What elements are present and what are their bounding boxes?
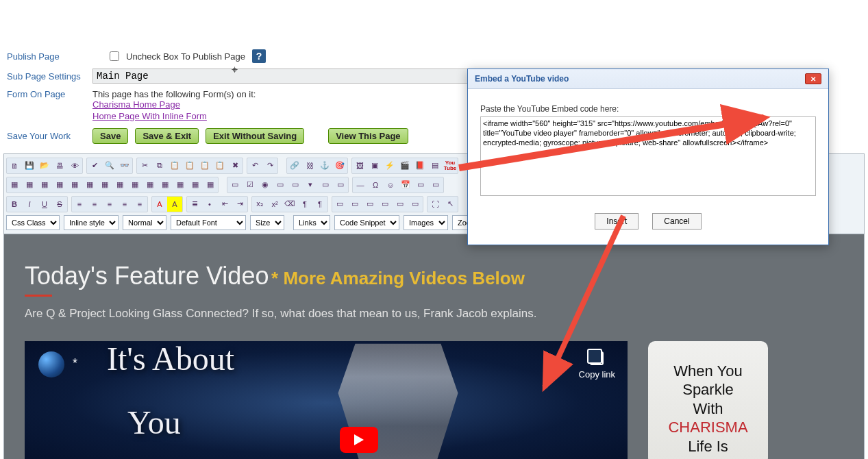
italic-icon[interactable]: I xyxy=(22,197,37,212)
text-field-icon[interactable]: ▭ xyxy=(273,177,288,193)
redo-icon[interactable]: ↷ xyxy=(262,158,277,173)
sup-icon[interactable]: x² xyxy=(267,197,282,212)
movie-icon[interactable]: 🎬 xyxy=(397,158,412,173)
select-icon[interactable]: ↖ xyxy=(443,197,458,212)
outdent-icon[interactable]: ⇤ xyxy=(217,197,232,212)
pos-2-icon[interactable]: ▭ xyxy=(347,197,362,212)
paste-html-icon[interactable]: 📋 xyxy=(212,158,227,173)
select-field-icon[interactable]: ▾ xyxy=(303,177,318,193)
image-icon[interactable]: 🖼 xyxy=(352,158,367,173)
ol-icon[interactable]: ≣ xyxy=(187,197,202,212)
indent-icon[interactable]: ⇥ xyxy=(232,197,247,212)
radio-field-icon[interactable]: ◉ xyxy=(258,177,273,193)
pos-4-icon[interactable]: ▭ xyxy=(377,197,393,212)
pos-6-icon[interactable]: ▭ xyxy=(408,197,423,212)
pos-5-icon[interactable]: ▭ xyxy=(393,197,408,212)
col-insert-right-icon[interactable]: ▦ xyxy=(82,177,97,193)
backcolor-icon[interactable]: A xyxy=(167,197,182,212)
underline-icon[interactable]: U xyxy=(37,197,52,212)
hr-icon[interactable]: ― xyxy=(353,177,368,193)
links-select[interactable]: Links xyxy=(293,215,330,230)
copy-link-button[interactable]: Copy link xyxy=(579,351,615,380)
form-link-charisma[interactable]: Charisma Home Page xyxy=(92,99,256,111)
spellcheck-icon[interactable]: ✔ xyxy=(87,158,102,173)
bold-icon[interactable]: B xyxy=(7,197,22,212)
smiley-icon[interactable]: ☺ xyxy=(383,177,398,193)
rtl-icon[interactable]: ¶ xyxy=(312,197,327,212)
paste-icon[interactable]: 📋 xyxy=(167,158,182,173)
pdf-icon[interactable]: 📕 xyxy=(412,158,427,173)
hidden-field-icon[interactable]: ▭ xyxy=(333,177,348,193)
images-select[interactable]: Images xyxy=(404,215,448,230)
checkbox-field-icon[interactable]: ☑ xyxy=(243,177,258,193)
remove-format-icon[interactable]: ⌫ xyxy=(282,197,297,212)
justify-icon[interactable]: ≡ xyxy=(117,197,132,212)
align-left-icon[interactable]: ≡ xyxy=(72,197,87,212)
media-icon[interactable]: ▣ xyxy=(367,158,382,173)
preview-icon[interactable]: 👁 xyxy=(67,158,82,173)
css-class-select[interactable]: Css Class xyxy=(6,215,60,230)
save-exit-button[interactable]: Save & Exit xyxy=(135,128,199,144)
row-insert-above-icon[interactable]: ▦ xyxy=(37,177,52,193)
view-page-button[interactable]: View This Page xyxy=(328,128,408,144)
col-insert-left-icon[interactable]: ▦ xyxy=(67,177,82,193)
iframe-icon[interactable]: ▭ xyxy=(428,177,443,193)
date-icon[interactable]: 📅 xyxy=(398,177,413,193)
dialog-close-button[interactable] xyxy=(805,73,821,84)
paste-text-icon[interactable]: 📋 xyxy=(182,158,197,173)
youtube-embed-button[interactable]: You Tube xyxy=(443,158,458,173)
flash-icon[interactable]: ⚡ xyxy=(382,158,397,173)
table-prop-icon[interactable]: ▦ xyxy=(22,177,37,193)
char-icon[interactable]: Ω xyxy=(368,177,383,193)
help-icon[interactable]: ? xyxy=(252,49,266,63)
inline-style-select[interactable]: Inline style xyxy=(64,215,119,230)
paste-word-icon[interactable]: 📋 xyxy=(197,158,212,173)
row-delete-icon[interactable]: ▦ xyxy=(97,177,112,193)
align-center-icon[interactable]: ≡ xyxy=(87,197,102,212)
publish-checkbox[interactable] xyxy=(110,51,119,61)
align-none-icon[interactable]: ≡ xyxy=(132,197,147,212)
copy-icon[interactable]: ⧉ xyxy=(152,158,167,173)
div-icon[interactable]: ▭ xyxy=(413,177,428,193)
delete-icon[interactable]: ✖ xyxy=(227,158,243,173)
forecolor-icon[interactable]: A xyxy=(152,197,167,212)
embed-code-textarea[interactable] xyxy=(480,116,816,196)
pos-1-icon[interactable]: ▭ xyxy=(332,197,347,212)
ul-icon[interactable]: • xyxy=(202,197,217,212)
find-icon[interactable]: 🔍 xyxy=(102,158,117,173)
form-link-inline[interactable]: Home Page With Inline Form xyxy=(92,111,256,123)
save-button[interactable]: Save xyxy=(92,128,128,144)
subpage-input[interactable] xyxy=(92,69,497,84)
save-icon[interactable]: 💾 xyxy=(22,158,37,173)
link-icon[interactable]: 🔗 xyxy=(287,158,302,173)
cut-icon[interactable]: ✂ xyxy=(137,158,152,173)
merge-cells-icon[interactable]: ▦ xyxy=(127,177,142,193)
font-select[interactable]: Default Font xyxy=(171,215,246,230)
sub-icon[interactable]: x₂ xyxy=(252,197,267,212)
form-icon[interactable]: ▭ xyxy=(227,177,243,193)
size-select[interactable]: Size xyxy=(250,215,284,230)
target-icon[interactable]: 🎯 xyxy=(332,158,347,173)
exit-without-saving-button[interactable]: Exit Without Saving xyxy=(206,128,304,144)
table-misc2-icon[interactable]: ▦ xyxy=(203,177,218,193)
video-thumbnail[interactable]: * It's About You Copy link xyxy=(25,341,628,459)
print-icon[interactable]: 🖶 xyxy=(52,158,67,173)
insert-table-icon[interactable]: ▦ xyxy=(7,177,22,193)
button-field-icon[interactable]: ▭ xyxy=(318,177,333,193)
strike-icon[interactable]: S xyxy=(52,197,67,212)
paragraph-select[interactable]: Normal xyxy=(123,215,166,230)
table-delete-icon[interactable]: ▦ xyxy=(173,177,188,193)
cancel-button[interactable]: Cancel xyxy=(652,213,701,230)
play-icon[interactable] xyxy=(340,427,378,453)
undo-icon[interactable]: ↶ xyxy=(247,158,262,173)
new-doc-icon[interactable]: 🗎 xyxy=(7,158,22,173)
pos-3-icon[interactable]: ▭ xyxy=(362,197,377,212)
row-insert-below-icon[interactable]: ▦ xyxy=(52,177,67,193)
align-right-icon[interactable]: ≡ xyxy=(102,197,117,212)
cell-prop-icon[interactable]: ▦ xyxy=(158,177,173,193)
ltr-icon[interactable]: ¶ xyxy=(297,197,312,212)
textarea-field-icon[interactable]: ▭ xyxy=(288,177,303,193)
table-misc1-icon[interactable]: ▦ xyxy=(188,177,203,193)
template-icon[interactable]: ▤ xyxy=(427,158,443,173)
snippet-select[interactable]: Code Snippet xyxy=(334,215,399,230)
